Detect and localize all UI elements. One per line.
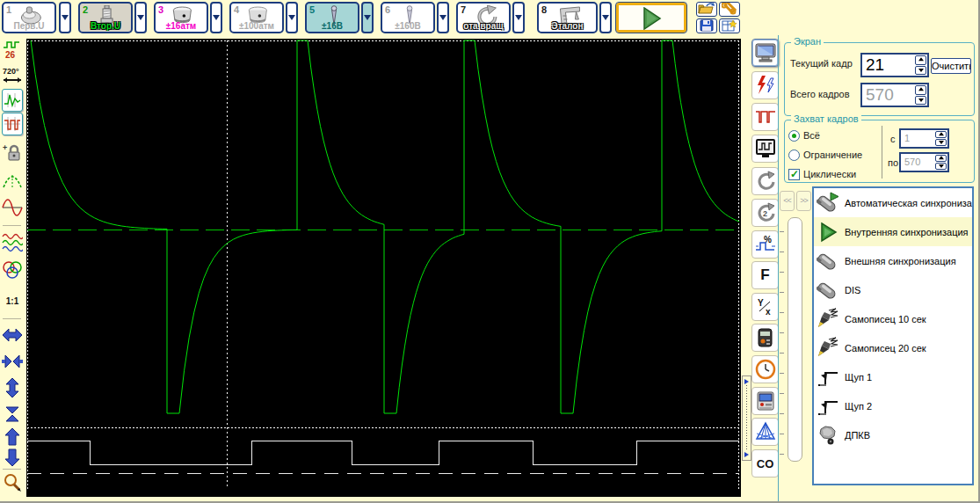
list-item[interactable]: Щуп 2 [814,391,972,420]
pressure-16atm-dropdown[interactable] [210,2,222,33]
sync-level-slider[interactable] [788,217,802,462]
analyzer-button[interactable] [751,418,779,446]
probe-primary-dropdown[interactable] [59,2,71,33]
radio-limit[interactable] [788,149,800,161]
pressure-16atm-button[interactable]: 3 ±16атм [154,2,208,33]
spark-mode-button[interactable] [751,71,779,99]
spin-down-button[interactable] [915,66,926,76]
list-item[interactable]: Самописец 10 сек [814,304,972,333]
spin-up-button[interactable] [935,131,947,138]
button-label: ±160В [382,21,433,31]
spin-up-button[interactable] [915,55,926,65]
rotation-frequency-button[interactable]: 7 ота вращ [456,2,511,33]
open-folder-icon [698,3,715,15]
list-item-selected[interactable]: Внутренняя синхронизация [814,217,972,246]
spin-down-button[interactable] [935,163,947,170]
checkbox-cyclic[interactable] [788,169,800,180]
from-spinner[interactable]: 1 [899,128,949,149]
slider-handle-top[interactable] [744,379,751,384]
right-panel: Экран Текущий кадр 21 Очистить Всего кад… [779,35,980,503]
pressure-100atm-button[interactable]: 4 ±100атм [229,2,284,33]
pulse-mode-button[interactable] [751,103,779,131]
duty-cycle-button[interactable]: % [751,230,779,259]
to-value: 570 [901,154,934,171]
cycle-button[interactable] [751,167,779,195]
voltage-16v-dropdown[interactable] [361,2,374,33]
next-sync-button[interactable]: >> [796,191,811,211]
move-up-icon[interactable] [2,426,23,448]
collapse-vertical-icon[interactable] [2,404,23,425]
timer-button[interactable] [751,355,779,383]
new-table-button[interactable] [719,18,740,33]
list-item[interactable]: Щуп 1 [814,362,972,391]
play-button[interactable] [615,2,687,33]
trace2-toggle-button[interactable] [2,113,23,135]
list-item[interactable]: DIS [814,275,972,304]
multi-waves-icon[interactable] [2,232,23,253]
total-frames-spinner[interactable]: 570 [860,83,929,107]
radio-all[interactable] [788,130,800,142]
probe-primary-button[interactable]: 1 Перв.U [2,2,56,33]
frame-range-slider[interactable] [742,375,751,461]
open-file-button[interactable] [696,2,717,17]
slider-handle-bottom[interactable] [744,452,751,457]
multimeter-button[interactable] [751,324,779,352]
clear-button[interactable]: Очистить [931,58,971,74]
spin-down-button[interactable] [935,139,947,146]
settings-button[interactable] [719,2,740,17]
lock-icon[interactable]: + [2,142,23,164]
clock-icon [755,359,776,380]
collapse-horizontal-icon[interactable] [2,351,23,372]
expand-horizontal-icon[interactable] [2,324,23,346]
blue-pyramid-icon [755,421,776,442]
list-item[interactable]: Автоматическая синхронизация [814,188,972,217]
loops-icon[interactable] [2,259,23,280]
frequency-button[interactable]: F [751,261,779,289]
oscilloscope-display[interactable] [26,39,741,497]
percent-wave-icon: % [755,234,776,255]
probe-secondary-dropdown[interactable] [134,2,147,33]
screen-group-title: Экран [791,36,824,47]
voltage-16v-button[interactable]: 5 ±16В [305,2,359,33]
save-button[interactable] [696,18,717,33]
list-item[interactable]: Самописец 20 сек [814,333,972,362]
to-spinner[interactable]: 570 [899,152,949,172]
expand-vertical-icon[interactable] [2,377,23,398]
device-button[interactable] [751,387,779,415]
frame-counter-icon[interactable]: 26 [2,40,23,61]
list-item[interactable]: ДПКВ [814,420,972,449]
rotation-frequency-dropdown[interactable] [512,2,525,33]
co-meter-button[interactable]: CO [751,449,779,477]
prev-sync-button[interactable]: << [780,191,795,211]
voltage-160v-dropdown[interactable] [437,2,449,33]
one-to-one-icon[interactable]: 1:1 [2,290,23,311]
zoom-icon[interactable] [2,472,23,493]
sync-square-wave [27,441,739,464]
spin-up-button[interactable] [935,155,947,162]
cycle2-button[interactable]: 2 [751,199,779,227]
xy-mode-button[interactable]: Yx [751,293,779,321]
angle-720-icon[interactable]: 720° [2,65,23,86]
red-pulses-icon [755,108,776,126]
current-frame-value[interactable]: 21 [862,55,914,76]
probe-secondary-button[interactable]: 2 Втор.U [78,2,133,33]
current-frame-spinner[interactable]: 21 [860,53,929,77]
move-down-icon[interactable] [2,447,23,468]
voltage-160v-button[interactable]: 6 ±160В [381,2,435,33]
etalon-dropdown[interactable] [599,2,612,33]
screen-mode-button[interactable] [751,39,779,67]
button-label: ±16В [307,21,358,31]
etalon-button[interactable]: 8 Эталон [537,2,598,33]
sync-mode-list[interactable]: Автоматическая синхронизация Внутренняя … [812,186,974,485]
pressure-100atm-dropdown[interactable] [286,2,298,33]
spin-up-button[interactable] [915,85,926,95]
trace1-toggle-button[interactable] [2,89,23,112]
spin-down-button[interactable] [915,96,926,106]
checkbox-cyclic-label: Циклически [803,169,856,179]
arc-cursor-icon[interactable] [2,170,23,191]
clamp-auto-icon [817,192,839,215]
list-item[interactable]: Внешняя синхронизация [814,246,972,275]
floppy-disk-icon [700,19,714,32]
sine-wave-icon[interactable] [2,197,23,218]
scope-screen-button[interactable] [751,135,779,163]
